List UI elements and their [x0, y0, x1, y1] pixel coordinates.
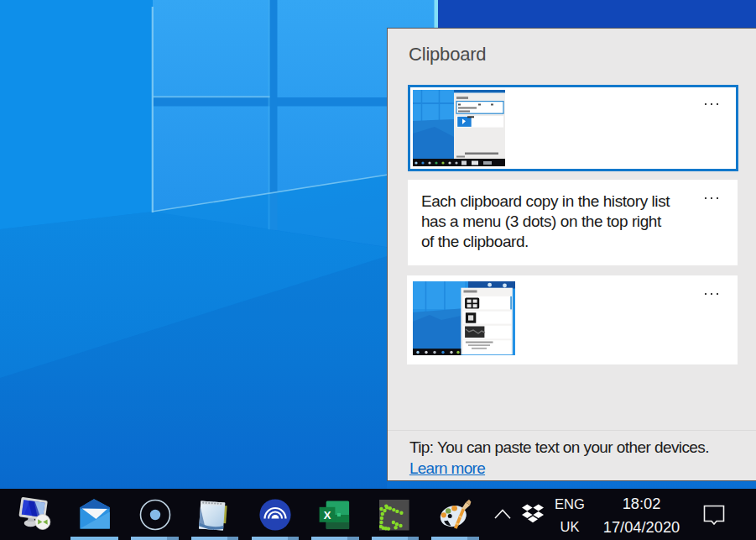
svg-text:X: X — [324, 509, 331, 522]
